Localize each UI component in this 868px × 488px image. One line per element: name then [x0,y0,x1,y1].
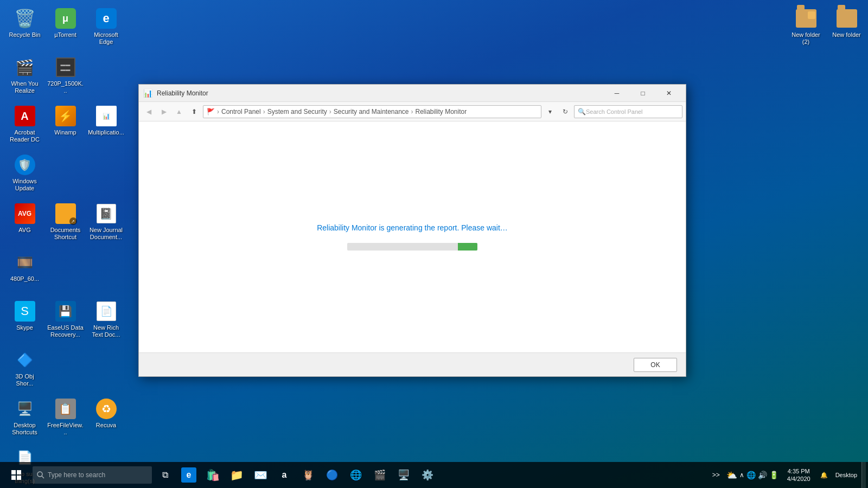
new-rich-text-icon[interactable]: 📄 New Rich Text Doc... [86,297,126,346]
empty-slot-6 [45,346,86,395]
taskbar-monitor-icon[interactable]: 🖥️ [393,464,414,486]
480p-icon[interactable]: 🎞️ 480P_60... [4,248,45,297]
tray-weather-icon[interactable]: ⛅ [726,470,737,480]
minimize-button[interactable]: ─ [604,85,629,102]
skype-icon[interactable]: S Skype [4,297,45,346]
taskbar-amazon-icon[interactable]: a [273,464,295,486]
easeus-icon[interactable]: 💾 EaseUS Data Recovery... [45,297,86,346]
empty-slot-3 [86,151,126,200]
breadcrumb-flag: 🚩 [207,108,215,115]
window-addressbar: ◀ ▶ ▲ ⬆ 🚩 › Control Panel › System and S… [139,102,686,121]
close-button[interactable]: ✕ [656,85,681,102]
taskbar: ⧉ e 🛍️ 📁 ✉️ a 🦉 🔵 🌐 🎬 🖥️ ⚙️ >> ⛅ ∧ [0,462,868,488]
address-dropdown-button[interactable]: ▾ [544,105,557,118]
720p-file-icon[interactable]: ▬▬▬▬ 720P_1500K... [45,53,86,102]
taskbar-tool-icon[interactable]: ⚙️ [417,464,438,486]
documents-shortcut-icon[interactable]: ↗ Documents Shortcut [45,200,86,248]
taskbar-tripadvisor-icon[interactable]: 🦉 [297,464,319,486]
empty-slot-1 [86,53,126,102]
breadcrumb-control-panel: Control Panel [221,108,261,115]
new-folder-right-icon[interactable]: New folder [826,4,867,49]
action-center-notification[interactable]: 🔔 [817,472,831,479]
progress-bar-fill [458,243,477,251]
acrobat-icon[interactable]: A Acrobat Reader DC [4,102,45,151]
utorrent-icon[interactable]: μ µTorrent [45,4,86,53]
search-placeholder-text: Search Control Panel [586,108,643,115]
avg-icon[interactable]: AVG AVG [4,200,45,248]
breadcrumb-system-security: System and Security [267,108,327,115]
3d-obj-icon[interactable]: 🔷 3D Obj Shor... [4,346,45,395]
multiplication-icon[interactable]: 📊 Multiplicatio... [86,102,126,151]
taskbar-store-icon[interactable]: 🛍️ [202,464,224,486]
window-controls: ─ □ ✕ [604,85,681,102]
tray-expand-icon[interactable]: ∧ [739,471,744,479]
taskbar-browser-icon[interactable]: 🌐 [345,464,367,486]
svg-rect-5 [17,476,21,480]
window-title: 📊 Reliability Monitor [143,89,208,98]
empty-slot-7 [86,346,126,395]
tray-battery-icon[interactable]: 🔋 [769,471,778,479]
taskbar-search-input[interactable] [48,471,135,479]
back-button[interactable]: ◀ [142,105,155,118]
when-you-realize-icon[interactable]: 🎬 When You Realize [4,53,45,102]
breadcrumb-reliability-monitor: Reliability Monitor [416,108,467,115]
new-folder-2-icon[interactable]: New folder (2) [786,4,826,49]
taskbar-vlc-icon[interactable]: 🎬 [369,464,391,486]
window-title-icon: 📊 [143,89,152,98]
task-view-button[interactable]: ⧉ [154,464,176,486]
taskbar-right: >> ⛅ ∧ 🌐 🔊 🔋 4:35 PM 4/4/2020 🔔 Desktop [710,462,866,488]
recycle-bin-icon[interactable]: 🗑️ Recycle Bin [4,4,45,53]
taskbar-explorer-icon[interactable]: 📁 [226,464,247,486]
forward-button[interactable]: ▶ [157,105,170,118]
up-button[interactable]: ▲ [173,105,186,118]
up-dir-button[interactable]: ⬆ [188,105,201,118]
search-icon: 🔍 [578,108,586,115]
taskbar-mail-icon[interactable]: ✉️ [250,464,271,486]
recuva-icon[interactable]: ♻ Recuva [86,395,126,444]
reliability-monitor-window: 📊 Reliability Monitor ─ □ ✕ ◀ ▶ ▲ ⬆ 🚩 › … [138,84,686,377]
maximize-button[interactable]: □ [630,85,655,102]
window-footer: OK [139,352,686,376]
desktop-icons-right: New folder (2) New folder [781,0,868,53]
svg-point-6 [37,472,42,477]
freefileview-icon[interactable]: 📋 FreeFileView... [45,395,86,444]
windows-update-icon[interactable]: 🛡️ Windows Update [4,151,45,200]
svg-rect-3 [17,470,21,474]
taskbar-vpn-icon[interactable]: 🔵 [321,464,343,486]
start-button[interactable] [2,464,30,486]
date-display: 4/4/2020 [787,475,810,483]
window-title-label: Reliability Monitor [157,89,208,97]
svg-rect-4 [11,476,16,480]
loading-message: Reliability Monitor is generating the re… [317,223,508,232]
tray-network-icon[interactable]: 🌐 [746,471,756,479]
microsoft-edge-icon[interactable]: e Microsoft Edge [86,4,126,53]
tray-sound-icon[interactable]: 🔊 [758,471,767,479]
desktop-label[interactable]: Desktop [833,472,859,478]
svg-rect-2 [11,470,16,474]
desktop-icons-area: 🗑️ Recycle Bin μ µTorrent e Microsoft Ed… [0,0,141,445]
taskbar-clock[interactable]: 4:35 PM 4/4/2020 [783,467,815,483]
time-display: 4:35 PM [788,467,810,475]
empty-slot-4 [45,248,86,297]
show-desktop-button[interactable] [861,462,866,488]
breadcrumb-security-maintenance: Security and Maintenance [334,108,409,115]
window-content: Reliability Monitor is generating the re… [139,121,686,352]
search-control-panel[interactable]: 🔍 Search Control Panel [574,105,682,118]
taskbar-edge-icon[interactable]: e [178,464,200,486]
new-journal-icon[interactable]: 📓 New Journal Document... [86,200,126,248]
winamp-icon[interactable]: ⚡ Winamp [45,102,86,151]
window-titlebar: 📊 Reliability Monitor ─ □ ✕ [139,85,686,102]
notification-overflow[interactable]: >> [710,471,722,479]
taskbar-search[interactable] [33,466,152,484]
desktop-shortcuts-icon[interactable]: 🖥️ Desktop Shortcuts [4,395,45,444]
progress-bar [347,243,477,251]
svg-line-7 [42,476,44,478]
empty-slot-2 [45,151,86,200]
address-path[interactable]: 🚩 › Control Panel › System and Security … [203,105,541,118]
empty-slot-5 [86,248,126,297]
tray-icons: ⛅ ∧ 🌐 🔊 🔋 [724,470,781,480]
refresh-button[interactable]: ↻ [559,105,572,118]
ok-button[interactable]: OK [634,358,677,372]
